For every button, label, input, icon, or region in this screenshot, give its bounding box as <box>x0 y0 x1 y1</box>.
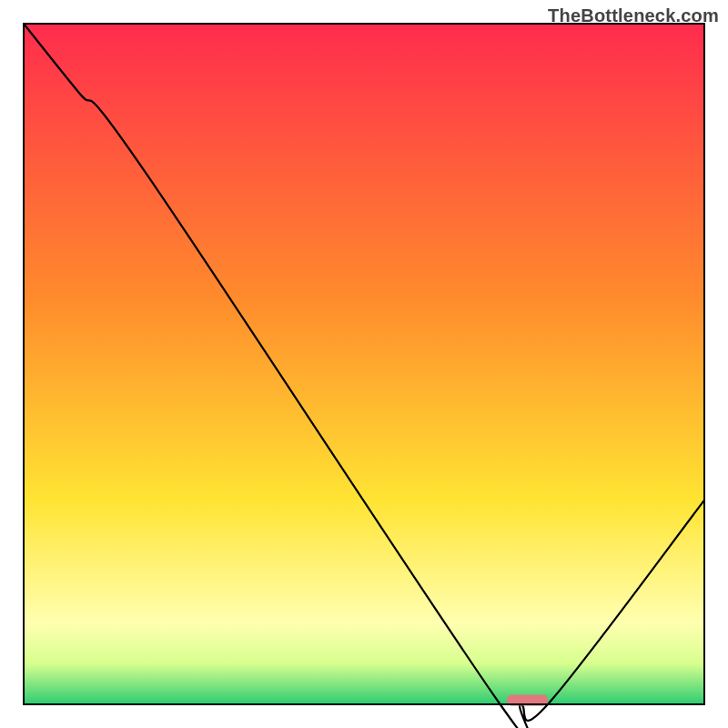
chart-svg <box>0 0 728 728</box>
bottleneck-chart: TheBottleneck.com <box>0 0 728 728</box>
gradient-background <box>24 24 704 704</box>
plot-area <box>24 24 704 728</box>
